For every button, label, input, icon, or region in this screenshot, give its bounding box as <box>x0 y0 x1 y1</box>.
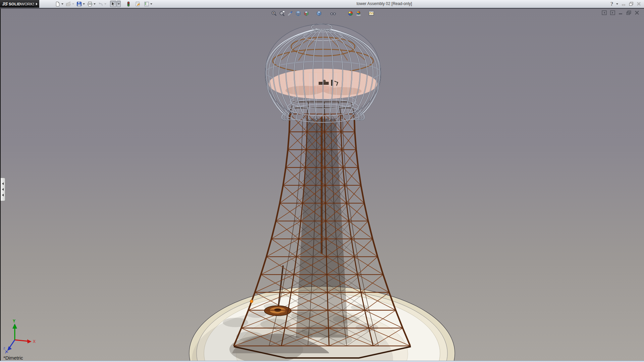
options-checklist-icon <box>144 1 149 7</box>
print-icon <box>87 1 93 7</box>
display-style-icon <box>303 10 309 16</box>
zoom-to-fit-icon <box>271 10 277 16</box>
open-button[interactable] <box>65 1 71 7</box>
zoom-to-area-icon <box>279 10 285 16</box>
open-dropdown-arrow[interactable] <box>72 3 74 5</box>
minimize-document-icon <box>619 10 623 15</box>
menu-expand-arrow[interactable] <box>34 0 39 8</box>
print-dropdown-arrow[interactable] <box>94 3 96 5</box>
select-button[interactable] <box>110 1 116 7</box>
new-button[interactable] <box>54 1 61 7</box>
appearance-ball-icon <box>347 10 354 16</box>
viewport-3d-scene[interactable]: YXZ <box>1 9 644 361</box>
solidworks-logo-bold: SOLID <box>9 2 21 6</box>
display-style-button[interactable] <box>303 10 309 16</box>
next-document-button[interactable] <box>610 10 615 15</box>
save-floppy-icon <box>76 1 82 7</box>
apply-scene-button[interactable] <box>356 10 362 16</box>
left-arrow-icon <box>2 194 4 196</box>
svg-text:Y: Y <box>13 319 15 323</box>
save-button[interactable] <box>76 1 82 7</box>
minimize-icon <box>621 1 626 6</box>
next-document-icon <box>610 10 615 15</box>
solidworks-window: 3S SOLIDWORKS <box>0 0 644 362</box>
solidworks-logo-light: WORKS <box>21 2 35 6</box>
undo-button[interactable] <box>97 1 104 7</box>
previous-document-icon <box>602 10 607 15</box>
minimize-button[interactable] <box>621 1 626 6</box>
options-button[interactable] <box>143 1 150 7</box>
eyeglasses-icon <box>330 10 336 16</box>
restore-document-button[interactable] <box>626 10 631 15</box>
left-arrow-icon <box>2 182 4 185</box>
featuremanager-collapsed-tab[interactable] <box>1 178 5 201</box>
view-orientation-icon <box>295 10 301 16</box>
new-dropdown-arrow[interactable] <box>61 3 63 5</box>
view-orientation-button[interactable] <box>295 10 301 16</box>
file-properties-button[interactable] <box>135 1 141 7</box>
headsup-view-toolbar <box>271 10 376 16</box>
restore-document-icon <box>626 10 631 15</box>
statusbar <box>0 361 644 362</box>
help-button[interactable]: ? <box>610 1 613 7</box>
apply-scene-icon <box>356 10 362 16</box>
svg-text:Z: Z <box>3 347 5 350</box>
section-view-icon <box>287 10 293 16</box>
close-icon <box>636 1 641 6</box>
shaded-with-edges-button[interactable] <box>316 10 322 16</box>
options-dropdown-arrow[interactable] <box>150 3 152 5</box>
previous-document-button[interactable] <box>602 10 607 15</box>
undo-dropdown-arrow[interactable] <box>104 3 106 5</box>
window-title: tower Assembly 02 [Read-only] <box>357 0 412 8</box>
save-dropdown-arrow[interactable] <box>83 3 85 5</box>
view-orientation-label: *Dimetric <box>3 355 23 361</box>
hide-show-items-button[interactable] <box>330 10 336 16</box>
open-folder-icon <box>66 1 71 7</box>
minimize-document-button[interactable] <box>619 10 623 15</box>
solidworks-logo-glyph: 3S <box>2 1 8 6</box>
graphics-viewport[interactable]: YXZ <box>0 8 644 361</box>
window-controls: ? <box>610 0 641 8</box>
new-document-icon <box>55 1 60 7</box>
view-settings-button[interactable] <box>368 10 374 16</box>
dropdown-caret-icon <box>118 3 120 5</box>
rebuild-button[interactable] <box>125 1 131 7</box>
solidworks-logo: 3S SOLIDWORKS <box>0 0 34 8</box>
shaded-cube-icon <box>316 10 322 16</box>
svg-text:X: X <box>33 339 36 344</box>
close-button[interactable] <box>636 1 641 6</box>
titlebar: 3S SOLIDWORKS <box>0 0 644 8</box>
left-arrow-icon <box>2 188 4 191</box>
view-settings-icon <box>368 10 374 16</box>
standard-toolbar <box>54 0 154 8</box>
print-button[interactable] <box>87 1 93 7</box>
right-arrow-icon <box>36 3 38 5</box>
select-cursor-icon <box>111 1 116 6</box>
edit-appearance-button[interactable] <box>347 10 354 16</box>
close-document-icon <box>635 10 639 15</box>
restore-button[interactable] <box>629 1 634 6</box>
select-dropdown-arrow[interactable] <box>117 1 121 7</box>
undo-icon <box>98 1 103 7</box>
zoom-to-fit-button[interactable] <box>271 10 277 16</box>
orientation-triad: YXZ <box>3 319 36 353</box>
close-document-button[interactable] <box>635 10 639 15</box>
restore-icon <box>629 1 634 6</box>
traffic-light-icon <box>126 1 131 7</box>
file-properties-icon <box>135 1 141 7</box>
document-window-controls <box>602 10 639 15</box>
help-dropdown-arrow[interactable] <box>616 3 618 5</box>
zoom-to-area-button[interactable] <box>279 10 285 16</box>
section-view-button[interactable] <box>287 10 293 16</box>
